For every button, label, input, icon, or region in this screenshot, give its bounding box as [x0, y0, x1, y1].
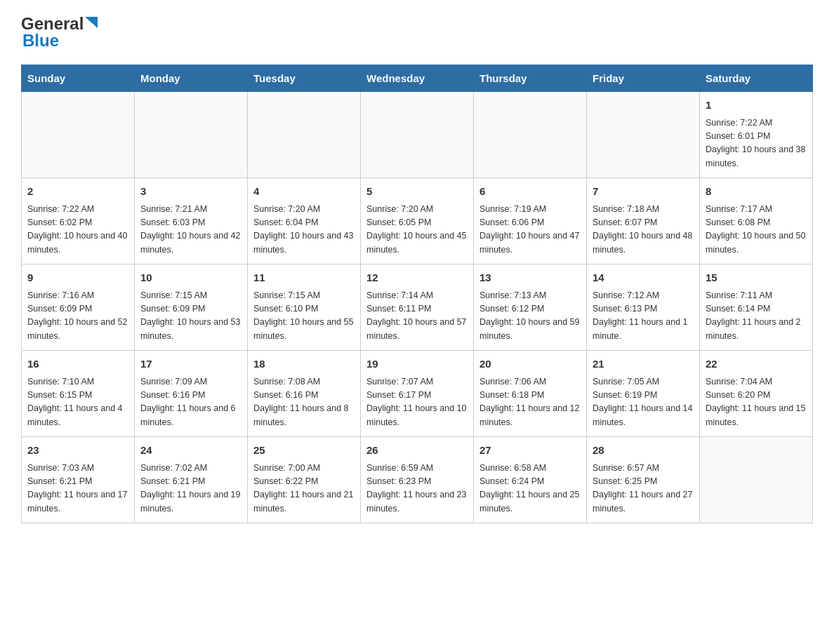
day-info: Sunrise: 7:09 AM Sunset: 6:16 PM Dayligh… [140, 375, 241, 430]
day-number: 14 [593, 270, 694, 286]
day-number: 6 [479, 184, 581, 200]
calendar-cell: 12Sunrise: 7:14 AM Sunset: 6:11 PM Dayli… [361, 264, 474, 351]
calendar-cell: 22Sunrise: 7:04 AM Sunset: 6:20 PM Dayli… [700, 351, 813, 437]
calendar-cell: 5Sunrise: 7:20 AM Sunset: 6:05 PM Daylig… [361, 178, 474, 264]
day-info: Sunrise: 7:15 AM Sunset: 6:10 PM Dayligh… [253, 289, 355, 344]
day-number: 23 [27, 443, 128, 459]
day-number: 12 [366, 270, 468, 286]
calendar-cell: 25Sunrise: 7:00 AM Sunset: 6:22 PM Dayli… [248, 437, 361, 523]
day-number: 26 [366, 443, 468, 459]
day-number: 8 [706, 184, 807, 200]
calendar-cell: 28Sunrise: 6:57 AM Sunset: 6:25 PM Dayli… [587, 437, 700, 523]
calendar-cell: 24Sunrise: 7:02 AM Sunset: 6:21 PM Dayli… [135, 437, 248, 523]
column-header-sunday: Sunday [22, 65, 135, 92]
day-number: 21 [593, 356, 694, 373]
column-header-wednesday: Wednesday [361, 65, 474, 92]
column-header-thursday: Thursday [474, 65, 587, 92]
calendar-table: SundayMondayTuesdayWednesdayThursdayFrid… [21, 65, 813, 523]
calendar-cell [22, 92, 135, 178]
day-info: Sunrise: 7:14 AM Sunset: 6:11 PM Dayligh… [366, 289, 468, 344]
day-info: Sunrise: 7:22 AM Sunset: 6:01 PM Dayligh… [706, 116, 807, 171]
day-number: 27 [479, 443, 581, 459]
day-info: Sunrise: 7:17 AM Sunset: 6:08 PM Dayligh… [706, 203, 807, 257]
day-number: 5 [366, 184, 468, 200]
calendar-cell: 15Sunrise: 7:11 AM Sunset: 6:14 PM Dayli… [700, 264, 813, 351]
day-info: Sunrise: 7:18 AM Sunset: 6:07 PM Dayligh… [593, 203, 694, 257]
day-number: 13 [479, 270, 581, 286]
calendar-cell: 8Sunrise: 7:17 AM Sunset: 6:08 PM Daylig… [700, 178, 813, 264]
calendar-cell [361, 92, 474, 178]
day-number: 25 [253, 443, 355, 459]
day-number: 18 [253, 356, 355, 373]
day-number: 4 [253, 184, 355, 200]
day-info: Sunrise: 7:20 AM Sunset: 6:05 PM Dayligh… [366, 203, 468, 257]
day-number: 15 [706, 270, 807, 286]
day-info: Sunrise: 7:04 AM Sunset: 6:20 PM Dayligh… [706, 375, 807, 430]
day-number: 16 [27, 356, 128, 373]
calendar-cell: 21Sunrise: 7:05 AM Sunset: 6:19 PM Dayli… [587, 351, 700, 437]
column-header-tuesday: Tuesday [248, 65, 361, 92]
calendar-week-row: 23Sunrise: 7:03 AM Sunset: 6:21 PM Dayli… [22, 437, 813, 523]
calendar-week-row: 16Sunrise: 7:10 AM Sunset: 6:15 PM Dayli… [22, 351, 813, 437]
calendar-cell: 14Sunrise: 7:12 AM Sunset: 6:13 PM Dayli… [587, 264, 700, 351]
day-number: 22 [706, 356, 807, 373]
day-number: 24 [140, 443, 241, 459]
calendar-cell: 23Sunrise: 7:03 AM Sunset: 6:21 PM Dayli… [22, 437, 135, 523]
day-info: Sunrise: 7:00 AM Sunset: 6:22 PM Dayligh… [253, 462, 355, 516]
day-number: 3 [140, 184, 241, 200]
calendar-cell: 7Sunrise: 7:18 AM Sunset: 6:07 PM Daylig… [587, 178, 700, 264]
column-header-saturday: Saturday [700, 65, 813, 92]
calendar-week-row: 2Sunrise: 7:22 AM Sunset: 6:02 PM Daylig… [22, 178, 813, 264]
calendar-cell: 4Sunrise: 7:20 AM Sunset: 6:04 PM Daylig… [248, 178, 361, 264]
day-info: Sunrise: 7:02 AM Sunset: 6:21 PM Dayligh… [140, 462, 241, 516]
day-info: Sunrise: 7:03 AM Sunset: 6:21 PM Dayligh… [27, 462, 128, 516]
day-info: Sunrise: 7:11 AM Sunset: 6:14 PM Dayligh… [706, 289, 807, 344]
calendar-cell: 17Sunrise: 7:09 AM Sunset: 6:16 PM Dayli… [135, 351, 248, 437]
calendar-cell: 3Sunrise: 7:21 AM Sunset: 6:03 PM Daylig… [135, 178, 248, 264]
day-number: 19 [366, 356, 468, 373]
day-number: 7 [593, 184, 694, 200]
calendar-cell [587, 92, 700, 178]
calendar-cell: 16Sunrise: 7:10 AM Sunset: 6:15 PM Dayli… [22, 351, 135, 437]
day-number: 17 [140, 356, 241, 373]
calendar-cell [135, 92, 248, 178]
day-number: 10 [140, 270, 241, 286]
calendar-cell: 9Sunrise: 7:16 AM Sunset: 6:09 PM Daylig… [22, 264, 135, 351]
calendar-cell: 19Sunrise: 7:07 AM Sunset: 6:17 PM Dayli… [361, 351, 474, 437]
day-number: 2 [27, 184, 128, 200]
calendar-week-row: 9Sunrise: 7:16 AM Sunset: 6:09 PM Daylig… [22, 264, 813, 351]
day-number: 11 [253, 270, 355, 286]
column-header-friday: Friday [587, 65, 700, 92]
calendar-cell: 20Sunrise: 7:06 AM Sunset: 6:18 PM Dayli… [474, 351, 587, 437]
day-info: Sunrise: 6:57 AM Sunset: 6:25 PM Dayligh… [593, 462, 694, 516]
calendar-cell: 26Sunrise: 6:59 AM Sunset: 6:23 PM Dayli… [361, 437, 474, 523]
day-number: 20 [479, 356, 581, 373]
day-info: Sunrise: 7:12 AM Sunset: 6:13 PM Dayligh… [593, 289, 694, 344]
logo-triangle-icon [84, 17, 99, 29]
column-header-monday: Monday [135, 65, 248, 92]
day-info: Sunrise: 7:16 AM Sunset: 6:09 PM Dayligh… [27, 289, 128, 344]
calendar-cell: 11Sunrise: 7:15 AM Sunset: 6:10 PM Dayli… [248, 264, 361, 351]
day-info: Sunrise: 7:20 AM Sunset: 6:04 PM Dayligh… [253, 203, 355, 257]
calendar-cell: 13Sunrise: 7:13 AM Sunset: 6:12 PM Dayli… [474, 264, 587, 351]
day-info: Sunrise: 7:10 AM Sunset: 6:15 PM Dayligh… [27, 375, 128, 430]
calendar-header-row: SundayMondayTuesdayWednesdayThursdayFrid… [22, 65, 813, 92]
day-number: 9 [27, 270, 128, 286]
day-info: Sunrise: 7:05 AM Sunset: 6:19 PM Dayligh… [593, 375, 694, 430]
calendar-cell: 27Sunrise: 6:58 AM Sunset: 6:24 PM Dayli… [474, 437, 587, 523]
page-header: General Blue [21, 14, 813, 51]
day-info: Sunrise: 6:59 AM Sunset: 6:23 PM Dayligh… [366, 462, 468, 516]
day-info: Sunrise: 7:07 AM Sunset: 6:17 PM Dayligh… [366, 375, 468, 430]
svg-marker-0 [85, 17, 98, 28]
day-info: Sunrise: 7:21 AM Sunset: 6:03 PM Dayligh… [140, 203, 241, 257]
calendar-cell [248, 92, 361, 178]
calendar-cell: 2Sunrise: 7:22 AM Sunset: 6:02 PM Daylig… [22, 178, 135, 264]
day-number: 1 [706, 98, 807, 114]
day-info: Sunrise: 7:15 AM Sunset: 6:09 PM Dayligh… [140, 289, 241, 344]
day-number: 28 [593, 443, 694, 459]
day-info: Sunrise: 7:06 AM Sunset: 6:18 PM Dayligh… [479, 375, 581, 430]
calendar-week-row: 1Sunrise: 7:22 AM Sunset: 6:01 PM Daylig… [22, 92, 813, 178]
calendar-cell [700, 437, 813, 523]
day-info: Sunrise: 7:08 AM Sunset: 6:16 PM Dayligh… [253, 375, 355, 430]
logo-blue-text: Blue [22, 31, 59, 51]
